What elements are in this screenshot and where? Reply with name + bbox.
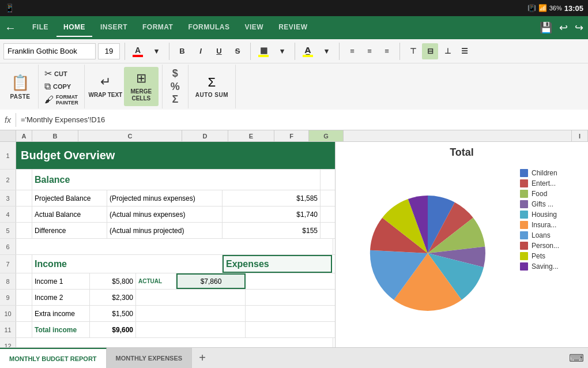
- cell-9-inc2val[interactable]: $2,300: [90, 290, 136, 305]
- fill-color-button[interactable]: ▦: [255, 43, 272, 59]
- cell-8-inc1val[interactable]: $5,800: [90, 273, 136, 289]
- cell-9-income2[interactable]: Income 2: [32, 290, 90, 305]
- col-A[interactable]: A: [16, 130, 32, 141]
- cell-10-extra[interactable]: Extra income: [32, 306, 90, 321]
- align-left-button[interactable]: ≡: [344, 43, 360, 59]
- back-button[interactable]: ←: [5, 21, 16, 35]
- cell-5c[interactable]: (Actual minus projected): [107, 223, 223, 238]
- align-bottom-button[interactable]: ⊥: [439, 43, 455, 59]
- redo-icon[interactable]: ↪: [575, 21, 583, 34]
- row-num-7: 7: [0, 255, 16, 273]
- cell-3d[interactable]: $1,585: [223, 190, 321, 206]
- cell-3c[interactable]: (Projected minus expenses): [107, 190, 223, 206]
- cell-6-empty[interactable]: [16, 239, 333, 254]
- font-color-button[interactable]: A: [130, 43, 146, 59]
- font-size-box[interactable]: 19: [98, 43, 120, 59]
- cell-2b[interactable]: Balance: [32, 170, 321, 190]
- cell-5b[interactable]: Difference: [32, 223, 107, 238]
- tab-view[interactable]: VIEW: [238, 18, 270, 37]
- copy-label: COPY: [53, 83, 71, 90]
- cell-9-rest[interactable]: [136, 290, 246, 305]
- budget-title-cell[interactable]: Budget Overview: [16, 142, 333, 169]
- cell-7-expenses[interactable]: Expenses: [223, 255, 332, 273]
- tab-review[interactable]: REVIEW: [272, 18, 314, 37]
- wrap-text-button[interactable]: ↵ WRAP TEXT: [88, 67, 123, 106]
- col-D[interactable]: D: [182, 130, 228, 141]
- font-size-label: 19: [105, 47, 113, 55]
- strikethrough-button[interactable]: S: [229, 43, 246, 59]
- add-sheet-button[interactable]: +: [192, 348, 213, 369]
- tab-format[interactable]: FORMAT: [135, 18, 180, 37]
- fill-color-picker[interactable]: ▾: [274, 43, 290, 59]
- copy-button[interactable]: ⧉ COPY: [42, 80, 81, 93]
- paste-button[interactable]: 📋 PASTE: [6, 72, 35, 102]
- sigma-button[interactable]: Σ: [166, 93, 184, 106]
- cell-11-rest[interactable]: [136, 322, 246, 337]
- actual-value: $7,860: [201, 277, 222, 286]
- italic-button[interactable]: I: [193, 43, 209, 59]
- cell-4a[interactable]: [16, 206, 32, 222]
- col-F[interactable]: F: [274, 130, 309, 141]
- tab-monthly-expenses[interactable]: MONTHLY EXPENSES: [107, 348, 193, 369]
- paste-group: 📋 PASTE: [2, 65, 39, 108]
- align-group: ≡ ≡ ≡: [344, 43, 395, 59]
- format-painter-button[interactable]: 🖌 FORMATPAINTER: [42, 93, 81, 107]
- align-top-button[interactable]: ⊤: [405, 43, 421, 59]
- formula-input[interactable]: ='Monthly Expenses'!D16: [21, 115, 583, 124]
- legend-color-person: [520, 242, 528, 250]
- tab-insert[interactable]: INSERT: [93, 18, 134, 37]
- cell-5d[interactable]: $155: [223, 223, 321, 238]
- align-middle-button[interactable]: ⊟: [422, 43, 438, 59]
- cell-5a[interactable]: [16, 223, 32, 238]
- cell-4b[interactable]: Actual Balance: [32, 206, 107, 222]
- cell-9a[interactable]: [16, 290, 32, 305]
- cell-7a[interactable]: [16, 255, 32, 273]
- cell-10-extraval[interactable]: $1,500: [90, 306, 136, 321]
- cell-7-income[interactable]: Income: [32, 255, 223, 273]
- row-num-2: 2: [0, 170, 16, 190]
- cell-11a[interactable]: [16, 322, 32, 337]
- font-color-picker[interactable]: ▾: [148, 43, 164, 59]
- tab-monthly-budget[interactable]: MONTHLY BUDGET REPORT: [0, 348, 107, 369]
- col-E[interactable]: E: [228, 130, 274, 141]
- cell-10a[interactable]: [16, 306, 32, 321]
- cell-11-totalval[interactable]: $9,600: [90, 322, 136, 337]
- align-center-button[interactable]: ≡: [361, 43, 378, 59]
- autosum-button[interactable]: Σ AUTO SUM: [192, 73, 232, 100]
- cell-8-income1[interactable]: Income 1: [32, 273, 90, 289]
- align-justify-button[interactable]: ☰: [457, 43, 473, 59]
- save-icon[interactable]: 💾: [540, 21, 552, 34]
- undo-icon[interactable]: ↩: [559, 21, 568, 34]
- align-right-button[interactable]: ≡: [379, 43, 395, 59]
- col-B[interactable]: B: [32, 130, 78, 141]
- legend-color-food: [520, 190, 528, 198]
- col-G[interactable]: G: [309, 130, 344, 141]
- cell-2a[interactable]: [16, 170, 32, 190]
- cell-3a[interactable]: [16, 190, 32, 206]
- col-H[interactable]: [344, 130, 572, 141]
- currency-button[interactable]: $: [166, 67, 184, 80]
- cell-3b[interactable]: Projected Balance: [32, 190, 107, 206]
- cut-button[interactable]: ✂ CUT: [42, 67, 81, 80]
- font-name-box[interactable]: Franklin Gothic Book: [3, 43, 96, 59]
- bold-button[interactable]: B: [174, 43, 190, 59]
- tab-home[interactable]: HOME: [56, 18, 92, 37]
- keyboard-button[interactable]: ⌨: [565, 348, 588, 369]
- cell-4d[interactable]: $1,740: [223, 206, 321, 222]
- merge-cells-button[interactable]: ⊞ MERGE CELLS: [124, 67, 159, 106]
- percent-button[interactable]: %: [166, 80, 184, 93]
- cell-12-empty[interactable]: [16, 338, 333, 347]
- legend-label-pets: Pets: [532, 252, 545, 260]
- cell-11-totalincome[interactable]: Total income: [32, 322, 90, 337]
- tab-formulas[interactable]: FORMULAS: [181, 18, 236, 37]
- cell-4c[interactable]: (Actual minus expenses): [107, 206, 223, 222]
- cell-10-rest[interactable]: [136, 306, 246, 321]
- underline-button[interactable]: U: [211, 43, 227, 59]
- cell-8a[interactable]: [16, 273, 32, 289]
- highlight-picker[interactable]: ▾: [318, 43, 334, 59]
- highlight-color-button[interactable]: A̲: [300, 43, 316, 59]
- tab-file[interactable]: FILE: [25, 18, 55, 37]
- col-I[interactable]: I: [572, 130, 588, 141]
- col-C[interactable]: C: [78, 130, 182, 141]
- cell-8-actualval[interactable]: $7,860: [176, 273, 246, 289]
